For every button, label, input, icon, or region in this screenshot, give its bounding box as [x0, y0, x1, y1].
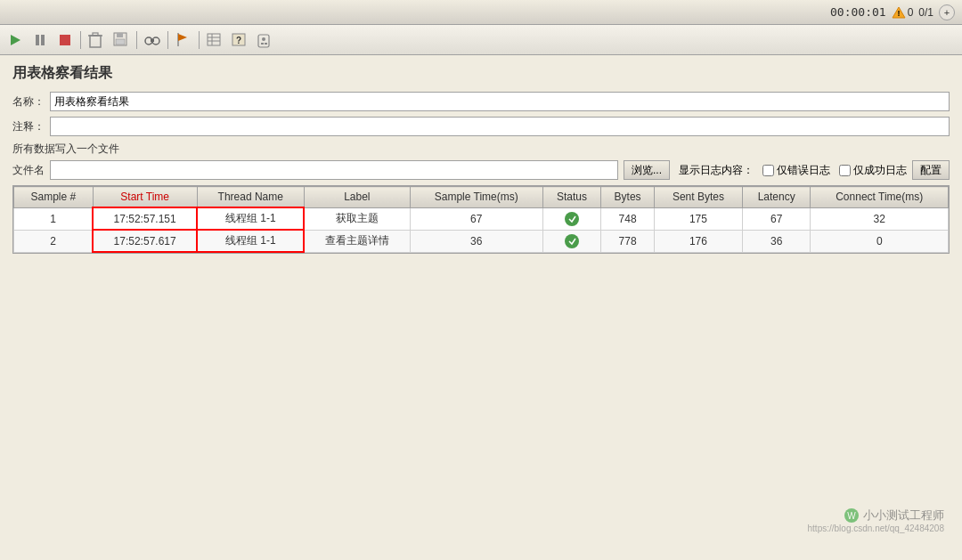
cell-bytes: 778 [601, 230, 655, 252]
config-button[interactable]: 配置 [912, 160, 950, 180]
warning-count: 0 [908, 6, 914, 19]
main-content: 用表格察看结果 名称： 注释： 所有数据写入一个文件 文件名 浏览... 显示日… [0, 55, 962, 560]
wechat-icon: W [844, 507, 860, 523]
binoculars-button[interactable] [141, 28, 164, 52]
svg-rect-6 [90, 36, 101, 47]
toolbar: ? [0, 25, 962, 55]
cell-sent-bytes: 176 [655, 230, 743, 252]
list-button[interactable] [203, 28, 226, 52]
toolbar-separator-2 [136, 31, 137, 49]
svg-rect-17 [208, 34, 220, 45]
start-button[interactable] [4, 28, 27, 52]
svg-marker-16 [178, 34, 187, 41]
cell-status [542, 230, 600, 252]
cell-status [542, 207, 600, 230]
remote-button[interactable] [253, 28, 276, 52]
cell-label: 查看主题详情 [304, 230, 410, 252]
file-label: 文件名 [12, 163, 50, 178]
remote-icon [256, 31, 273, 49]
pause-icon [33, 33, 47, 47]
status-ok-icon [565, 212, 579, 226]
title-bar: 00:00:01 ! 0 0/1 + [0, 0, 962, 25]
cell-latency: 36 [742, 230, 811, 252]
svg-rect-3 [36, 35, 39, 45]
success-only-label[interactable]: 仅成功日志 [839, 163, 907, 178]
cell-bytes: 748 [601, 207, 655, 230]
cell-connect-time: 0 [811, 230, 949, 252]
col-header-thread-name: Thread Name [197, 187, 304, 208]
file-row: 文件名 浏览... 显示日志内容： 仅错误日志 仅成功日志 配置 [12, 160, 950, 180]
toolbar-separator-1 [80, 31, 81, 49]
table-row: 117:52:57.151线程组 1-1获取主题677481756732 [14, 207, 949, 230]
expand-btn[interactable]: + [939, 4, 955, 20]
timer-display: 00:00:01 [830, 5, 886, 19]
save-button[interactable] [110, 28, 133, 52]
flag-button[interactable] [172, 28, 195, 52]
cell-thread-name: 线程组 1-1 [197, 207, 304, 230]
watermark-line2: https://blog.csdn.net/qq_42484208 [808, 523, 944, 533]
panel-title: 用表格察看结果 [12, 64, 950, 83]
comment-input[interactable] [50, 117, 950, 136]
svg-text:W: W [847, 511, 856, 521]
svg-text:?: ? [236, 36, 241, 45]
name-input[interactable] [50, 92, 950, 111]
col-header-sample-num: Sample # [14, 187, 94, 208]
toolbar-separator-3 [167, 31, 168, 49]
all-data-label: 所有数据写入一个文件 [12, 142, 950, 157]
watermark-top: W 小小测试工程师 [808, 507, 944, 523]
file-input[interactable] [50, 160, 618, 180]
col-header-bytes: Bytes [601, 187, 655, 208]
success-only-checkbox[interactable] [839, 165, 851, 176]
status-ok-icon [565, 234, 579, 248]
watermark: W 小小测试工程师 https://blog.csdn.net/qq_42484… [808, 507, 944, 533]
svg-rect-11 [116, 39, 125, 45]
cell-sample-time: 67 [410, 207, 542, 230]
pause-button[interactable] [29, 28, 52, 52]
cell-label: 获取主题 [304, 207, 410, 230]
cell-latency: 67 [742, 207, 811, 230]
cell-sample-num: 2 [14, 230, 94, 252]
svg-rect-10 [117, 33, 123, 37]
start-icon [8, 33, 22, 47]
error-only-label[interactable]: 仅错误日志 [762, 163, 830, 178]
col-header-sent-bytes: Sent Bytes [655, 187, 743, 208]
col-header-start-time: Start Time [93, 187, 197, 208]
log-options-label: 显示日志内容： [679, 163, 754, 178]
binoculars-icon [143, 31, 161, 49]
cell-start-time: 17:52:57.151 [93, 207, 197, 230]
col-header-sample-time: Sample Time(ms) [410, 187, 542, 208]
cell-sample-time: 36 [410, 230, 542, 252]
save-icon [112, 31, 130, 49]
cell-connect-time: 32 [811, 207, 949, 230]
svg-rect-25 [261, 43, 264, 45]
error-only-checkbox[interactable] [762, 165, 774, 176]
title-bar-right: 00:00:01 ! 0 0/1 + [830, 4, 955, 20]
help-button[interactable]: ? [228, 28, 251, 52]
svg-text:!: ! [897, 9, 900, 18]
flag-icon [175, 31, 192, 49]
table-header-row: Sample # Start Time Thread Name Label Sa… [14, 187, 949, 208]
svg-point-24 [262, 37, 265, 41]
col-header-connect-time: Connect Time(ms) [811, 187, 949, 208]
table-body: 117:52:57.151线程组 1-1获取主题677481756732217:… [14, 207, 949, 252]
svg-rect-26 [265, 43, 267, 45]
cell-start-time: 17:52:57.617 [93, 230, 197, 252]
stop-button[interactable] [53, 28, 77, 52]
svg-rect-8 [93, 33, 98, 36]
clear-button[interactable] [85, 28, 108, 52]
comment-row: 注释： [12, 117, 950, 136]
svg-rect-5 [60, 35, 70, 45]
cell-sent-bytes: 175 [655, 207, 743, 230]
comment-label: 注释： [12, 119, 50, 134]
clear-icon [87, 31, 105, 49]
name-row: 名称： [12, 92, 950, 111]
svg-rect-4 [41, 35, 45, 45]
log-options: 显示日志内容： 仅错误日志 仅成功日志 [679, 163, 907, 178]
results-table-container: Sample # Start Time Thread Name Label Sa… [12, 185, 950, 254]
svg-marker-2 [11, 35, 20, 45]
name-label: 名称： [12, 94, 50, 110]
table-row: 217:52:57.617线程组 1-1查看主题详情36778176360 [14, 230, 949, 252]
warning-badge: ! 0 [892, 6, 914, 19]
progress-display: 0/1 [918, 6, 933, 19]
browse-button[interactable]: 浏览... [624, 160, 670, 180]
